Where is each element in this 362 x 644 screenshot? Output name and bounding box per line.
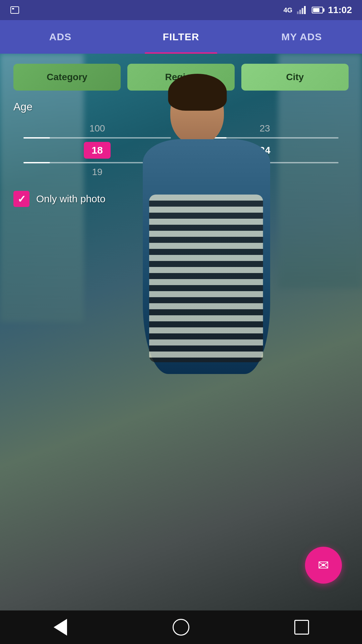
tab-my-ads[interactable]: MY ADS [241,20,362,54]
recent-icon [294,620,309,635]
svg-rect-1 [12,8,14,9]
svg-rect-2 [297,11,299,14]
svg-rect-3 [299,10,301,14]
back-icon [54,619,67,636]
main-content: Category Region City Age 100 18 [0,54,362,610]
city-button[interactable]: City [241,64,349,91]
envelope-icon: ✉ [318,557,329,573]
only-with-photo-checkbox[interactable]: ✓ [13,191,29,207]
slider-min-value[interactable]: 18 [84,142,111,159]
home-icon [173,619,189,636]
status-bar: 4G 11:02 [0,0,362,20]
slider-min-below: 19 [92,167,102,177]
signal-icon [297,6,307,14]
tab-ads[interactable]: ADS [0,20,121,54]
slider-min-track[interactable] [23,137,171,139]
back-button[interactable] [50,617,70,637]
status-bar-left [10,0,19,20]
home-button[interactable] [171,617,191,637]
svg-rect-0 [11,7,19,13]
tab-filter[interactable]: FILTER [121,20,241,54]
top-navigation: ADS FILTER MY ADS [0,20,362,54]
message-fab-button[interactable]: ✉ [305,547,342,584]
time-display: 11:02 [328,5,352,15]
battery-icon [312,7,323,13]
bottom-navigation [0,610,362,644]
svg-rect-4 [302,8,303,14]
checkmark-icon: ✓ [17,193,26,205]
signal-4g-label: 4G [284,6,293,14]
recent-apps-button[interactable] [292,617,312,637]
slider-max-above: 23 [259,123,270,134]
category-button[interactable]: Category [13,64,121,91]
app-icon [10,5,19,15]
status-bar-right: 4G 11:02 [284,5,352,15]
only-with-photo-label: Only with photo [36,193,106,205]
slider-min-above: 100 [89,123,105,134]
svg-rect-5 [304,6,306,14]
